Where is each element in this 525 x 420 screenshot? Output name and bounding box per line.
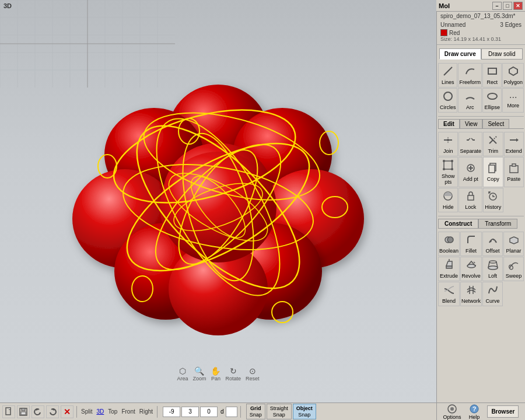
tool-paste[interactable]: Paste [504,157,524,187]
tool-more[interactable]: ··· More [502,88,524,113]
tool-curve[interactable]: Curve [482,282,503,306]
draw-solid-tab[interactable]: Draw solid [481,48,523,60]
separator-toolbar-2 [157,406,158,418]
coords-area [163,407,218,417]
new-button[interactable] [2,405,15,418]
extend-icon [508,134,520,148]
ellipse-icon [487,90,498,104]
right-label[interactable]: Right [138,408,154,415]
z-coord[interactable] [200,407,218,417]
tool-separate[interactable]: Separate [459,132,482,156]
nav-area[interactable]: ⬡ Area [177,366,188,382]
tool-polygon[interactable]: Polygon [502,63,524,88]
tool-network[interactable]: Network [460,282,482,306]
straight-snap-button[interactable]: Straight Snap [267,404,292,420]
svg-point-49 [451,168,453,170]
split-label[interactable]: Split [80,408,93,415]
right-bottom-area: Options ? Help Browser [436,402,525,420]
tool-copy[interactable]: Copy [483,157,503,187]
svg-line-41 [489,140,493,144]
top-label[interactable]: Top [107,408,118,415]
tool-planar[interactable]: Planar [503,232,524,256]
nav-rotate[interactable]: ↻ Rotate [225,366,241,382]
tool-offset[interactable]: Offset [482,232,503,256]
tool-freeform[interactable]: Freeform [458,63,482,88]
svg-rect-75 [21,412,26,415]
draw-tabs: Draw curve Draw solid [439,48,523,60]
tool-extrude[interactable]: Extrude [438,257,460,281]
minimize-button[interactable]: – [492,2,502,10]
svg-line-39 [468,138,470,140]
tool-sweep[interactable]: Sweep [503,257,524,281]
nav-pan[interactable]: ✋ Pan [211,366,220,382]
maximize-button[interactable]: □ [503,2,512,10]
tool-arc[interactable]: Arc [458,88,482,113]
tool-join[interactable]: Join [438,132,458,156]
tool-show-pts[interactable]: Show pts [438,157,458,187]
grid-snap-button[interactable]: Grid Snap [246,404,265,420]
y-coord[interactable] [181,407,199,417]
viewport-3d[interactable]: 3D [0,0,436,402]
trim-icon [487,134,499,148]
construct-tab[interactable]: Construct [438,219,478,229]
3d-label[interactable]: 3D [95,408,105,415]
show-pts-icon [442,159,454,173]
tool-fillet[interactable]: Fillet [460,232,482,256]
save-button[interactable] [17,405,30,418]
svg-marker-62 [510,237,518,244]
svg-point-71 [508,264,513,270]
edit-tools: Join Separate Trim Extend Show pts [437,130,525,214]
tool-blend[interactable]: Blend [438,282,460,306]
coord-label: d [220,408,224,415]
svg-point-46 [443,160,445,162]
tool-ellipse[interactable]: Ellipse [482,88,502,113]
tool-hide[interactable]: Hide [438,188,458,212]
tool-add-pt[interactable]: Add pt [459,157,482,187]
tool-circles[interactable]: Circles [438,88,457,113]
select-tab[interactable]: Select [482,119,509,128]
svg-point-79 [450,407,454,411]
help-button[interactable]: ? Help [469,404,480,420]
options-button[interactable]: Options [443,404,461,420]
object-name: Unnamed [440,22,466,28]
svg-point-67 [489,261,496,263]
svg-point-61 [447,237,453,243]
color-swatch[interactable] [440,29,447,36]
close-button[interactable]: ✕ [513,2,523,10]
tool-lock[interactable]: Lock [459,188,482,212]
tool-loft[interactable]: Loft [482,257,503,281]
nav-reset[interactable]: ⊙ Reset [246,366,260,382]
browser-button[interactable]: Browser [487,405,519,418]
app-title: MoI [439,2,450,9]
freeform-icon [464,65,476,79]
object-snap-button[interactable]: Object Snap [293,404,316,420]
svg-rect-45 [444,161,452,169]
edit-tab[interactable]: Edit [438,119,460,128]
arc-icon [464,90,476,104]
blend-icon [443,284,455,298]
transform-tab[interactable]: Transform [478,219,517,229]
tool-revolve[interactable]: Revolve [460,257,482,281]
separator-toolbar-1 [76,406,77,418]
filename: spiro_demo_07_13_05.3dm* [440,13,522,19]
tool-rect[interactable]: Rect [482,63,502,88]
delete-button[interactable]: ✕ [61,405,74,418]
tool-trim[interactable]: Trim [483,132,503,156]
tool-history[interactable]: History [483,188,503,212]
titlebar-buttons: – □ ✕ [492,2,523,10]
offset-icon [487,234,499,247]
tool-boolean[interactable]: Boolean [438,232,460,256]
nav-zoom[interactable]: 🔍 Zoom [192,366,206,382]
color-label: Red [449,30,460,36]
front-label[interactable]: Front [120,408,136,415]
tool-extend[interactable]: Extend [504,132,524,156]
tool-lines[interactable]: Lines [438,63,457,88]
network-icon [466,284,477,298]
view-tab[interactable]: View [460,119,483,128]
x-coord[interactable] [163,407,180,417]
draw-curve-tab[interactable]: Draw curve [439,48,481,60]
undo-button[interactable] [32,405,44,418]
d-coord[interactable] [226,407,237,417]
hide-icon [442,190,454,204]
redo-button[interactable] [46,405,59,418]
